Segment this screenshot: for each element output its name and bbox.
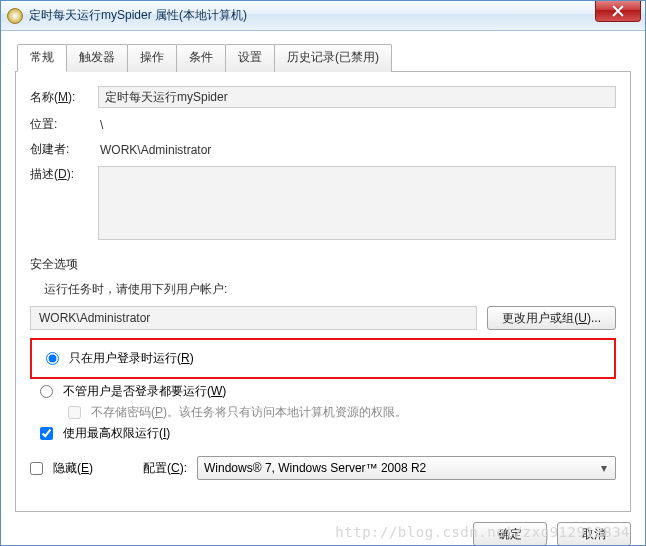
tab-actions[interactable]: 操作 [127,44,177,72]
tab-general[interactable]: 常规 [17,44,67,72]
creator-label: 创建者: [30,141,98,158]
name-label: 名称(M): [30,89,98,106]
highlight-box: 只在用户登录时运行(R) [30,338,616,379]
tab-settings[interactable]: 设置 [225,44,275,72]
tab-body-general: 名称(M): 定时每天运行mySpider 位置: \ 创建者: WORK\Ad… [15,72,631,512]
checkbox-highest-privileges-input[interactable] [40,427,53,440]
tab-history[interactable]: 历史记录(已禁用) [274,44,392,72]
location-value: \ [98,118,616,132]
name-field[interactable]: 定时每天运行mySpider [98,86,616,108]
radio-run-whether-logged-on-input[interactable] [40,385,53,398]
tab-triggers[interactable]: 触发器 [66,44,128,72]
name-value: 定时每天运行mySpider [105,89,228,106]
window-title: 定时每天运行mySpider 属性(本地计算机) [29,7,247,24]
checkbox-hidden[interactable]: 隐藏(E) [30,460,93,477]
configure-for-select[interactable]: Windows® 7, Windows Server™ 2008 R2 [197,456,616,480]
location-label: 位置: [30,116,98,133]
account-value: WORK\Administrator [39,311,150,325]
app-icon [7,8,23,24]
checkbox-no-store-password-input [68,406,81,419]
title-bar: 定时每天运行mySpider 属性(本地计算机) [1,1,645,31]
configure-for-label: 配置(C): [143,460,187,477]
close-button[interactable] [595,1,641,22]
tab-strip: 常规 触发器 操作 条件 设置 历史记录(已禁用) [15,43,631,72]
radio-run-only-logged-on-input[interactable] [46,352,59,365]
account-field: WORK\Administrator [30,306,477,330]
configure-for-value: Windows® 7, Windows Server™ 2008 R2 [204,461,426,475]
radio-run-only-logged-on[interactable]: 只在用户登录时运行(R) [36,350,610,367]
security-options-title: 安全选项 [30,256,616,273]
checkbox-highest-privileges[interactable]: 使用最高权限运行(I) [30,425,616,442]
radio-run-whether-logged-on[interactable]: 不管用户是否登录都要运行(W) [30,383,616,400]
close-icon [612,5,624,17]
creator-value: WORK\Administrator [98,143,616,157]
ok-button[interactable]: 确定 [473,522,547,546]
change-user-button[interactable]: 更改用户或组(U)... [487,306,616,330]
description-field[interactable] [98,166,616,240]
run-as-label: 运行任务时，请使用下列用户帐户: [44,281,616,298]
cancel-button[interactable]: 取消 [557,522,631,546]
description-label: 描述(D): [30,166,98,183]
checkbox-no-store-password: 不存储密码(P)。该任务将只有访问本地计算机资源的权限。 [58,404,616,421]
checkbox-hidden-input[interactable] [30,462,43,475]
tab-conditions[interactable]: 条件 [176,44,226,72]
